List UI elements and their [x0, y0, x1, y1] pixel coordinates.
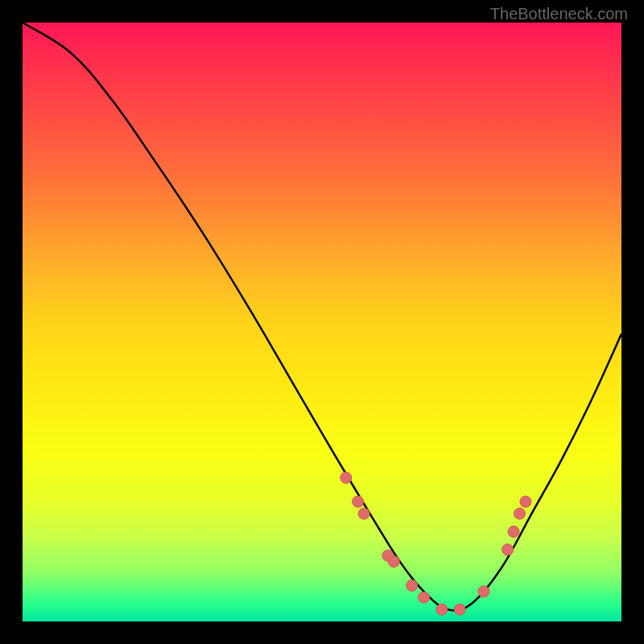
marker-dot: [341, 472, 352, 483]
marker-dot: [514, 508, 526, 519]
marker-group: [341, 472, 531, 615]
marker-dot: [478, 586, 489, 597]
marker-dot: [353, 496, 364, 507]
marker-dot: [520, 496, 531, 507]
marker-dot: [454, 604, 465, 615]
watermark-text: TheBottleneck.com: [490, 5, 628, 23]
marker-dot: [388, 556, 399, 568]
marker-dot: [407, 580, 418, 591]
marker-dot: [508, 526, 519, 537]
marker-dot: [436, 604, 448, 615]
marker-dot: [358, 508, 369, 519]
bottleneck-curve: [23, 23, 621, 610]
chart-plot-area: [23, 23, 621, 621]
marker-dot: [418, 592, 429, 603]
marker-dot: [502, 544, 514, 555]
chart-svg: [23, 23, 621, 621]
